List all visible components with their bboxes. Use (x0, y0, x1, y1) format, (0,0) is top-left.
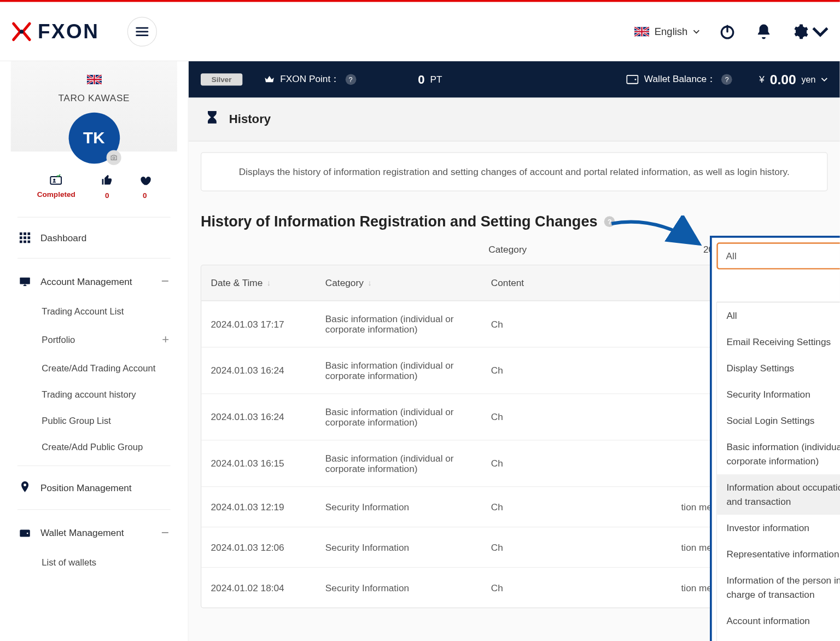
page-title: History (229, 112, 271, 126)
nav-trading-account-list[interactable]: Trading Account List (8, 299, 180, 325)
svg-rect-13 (20, 241, 22, 243)
balance-amount[interactable]: ¥ 0.00 yen (759, 72, 827, 87)
page-description: Displays the history of information regi… (201, 152, 828, 191)
category-select[interactable]: All (716, 242, 839, 269)
camera-icon[interactable] (106, 150, 121, 165)
section-title: History of Information Registration and … (201, 213, 828, 230)
category-option[interactable]: All (718, 302, 840, 329)
svg-rect-7 (20, 232, 22, 235)
svg-point-20 (635, 79, 637, 80)
nav-position-management[interactable]: Position Management (8, 471, 180, 504)
heart-icon (139, 174, 151, 190)
svg-rect-8 (24, 232, 26, 235)
nav-create-public-group[interactable]: Create/Add Public Group (8, 434, 180, 460)
expand-icon: + (162, 333, 169, 347)
svg-point-18 (27, 532, 28, 534)
cell-date: 2024.01.02 18:04 (201, 570, 316, 605)
cell-category: Basic information (individual or corpora… (316, 394, 482, 440)
svg-rect-17 (20, 529, 30, 537)
nav-account-management[interactable]: Account Management − (8, 264, 180, 299)
uk-flag-icon (634, 27, 649, 36)
nav-create-trading-account[interactable]: Create/Add Trading Account (8, 355, 180, 381)
settings-button[interactable] (791, 22, 829, 40)
svg-rect-16 (20, 277, 30, 284)
pin-icon (19, 481, 31, 494)
cell-category: Security Information (316, 530, 482, 565)
category-label: Category (488, 243, 527, 254)
svg-rect-10 (20, 236, 22, 239)
tier-badge: Silver (201, 73, 242, 85)
filter-row: Category 2024.01.01 - 2024.01.09 All All… (201, 242, 828, 255)
stat-favorites[interactable]: 0 (139, 174, 151, 200)
cell-category: Basic information (individual or corpora… (316, 301, 482, 347)
category-dropdown-highlight: All AllEmail Receiving SettingsDisplay S… (710, 236, 840, 641)
chevron-down-icon (693, 28, 699, 34)
notifications-button[interactable] (755, 22, 773, 40)
topbar: FXON English (0, 2, 840, 61)
category-option[interactable]: Account information (718, 608, 840, 634)
collapse-icon: − (161, 525, 169, 540)
cell-category: Basic information (individual or corpora… (316, 347, 482, 393)
category-option[interactable]: Information about occupation and transac… (718, 474, 840, 515)
svg-point-0 (20, 30, 24, 33)
svg-point-6 (54, 179, 56, 181)
help-icon[interactable]: ? (345, 74, 356, 85)
sidebar: TARO KAWASE TK Completed 0 0 (0, 61, 189, 641)
svg-rect-11 (24, 236, 26, 239)
category-dropdown-list: AllEmail Receiving SettingsDisplay Setti… (716, 302, 839, 641)
language-label: English (655, 26, 688, 37)
col-date[interactable]: Date & Time↓ (201, 265, 316, 300)
page-title-bar: History (189, 98, 840, 142)
nav-trading-account-history[interactable]: Trading account history (8, 381, 180, 407)
nav-wallet-management[interactable]: Wallet Management − (8, 515, 180, 550)
category-option[interactable]: Social Login Settings (718, 407, 840, 434)
sort-icon: ↓ (267, 278, 271, 288)
category-option[interactable]: Email Receiving Settings (718, 329, 840, 355)
hourglass-icon (205, 110, 219, 129)
thumb-up-icon (101, 174, 113, 190)
nav-public-group-list[interactable]: Public Group List (8, 407, 180, 434)
id-card-icon (37, 174, 75, 189)
category-option[interactable]: Security Information (718, 381, 840, 407)
chevron-down-icon (821, 76, 827, 83)
avatar[interactable]: TK (68, 113, 120, 164)
collapse-icon: − (161, 273, 169, 289)
nav-portfolio[interactable]: Portfolio+ (8, 325, 180, 355)
main-content: Silver FXON Point： ? 0 PT Wallet Balance… (189, 61, 840, 641)
menu-toggle-button[interactable] (127, 16, 157, 46)
svg-rect-19 (627, 75, 638, 84)
cell-date: 2024.01.03 16:24 (201, 399, 316, 434)
avatar-initials: TK (83, 129, 104, 147)
category-option[interactable]: Representative information (718, 541, 840, 567)
svg-rect-12 (27, 236, 30, 239)
crown-icon (264, 74, 275, 85)
status-bar: Silver FXON Point： ? 0 PT Wallet Balance… (189, 61, 840, 98)
svg-rect-5 (51, 177, 62, 184)
cell-date: 2024.01.03 17:17 (201, 306, 316, 341)
category-option[interactable]: Display Settings (718, 355, 840, 381)
cell-date: 2024.01.03 12:19 (201, 490, 316, 525)
nav-list-wallets[interactable]: List of wallets (8, 550, 180, 576)
col-category[interactable]: Category↓ (316, 265, 482, 300)
chevron-down-icon (812, 22, 829, 40)
stat-likes[interactable]: 0 (101, 174, 113, 200)
category-option[interactable]: Investor information (718, 515, 840, 541)
svg-rect-9 (27, 232, 30, 235)
category-option[interactable]: Information of the person in charge of t… (718, 567, 840, 608)
monitor-icon (19, 276, 31, 287)
nav-dashboard[interactable]: Dashboard (8, 223, 180, 253)
language-selector[interactable]: English (634, 26, 700, 37)
fxon-point: FXON Point： ? (264, 73, 356, 85)
power-button[interactable] (719, 22, 736, 40)
help-icon[interactable]: ? (604, 216, 615, 227)
wallet-icon (627, 75, 639, 84)
wallet-balance: Wallet Balance： ? (627, 73, 732, 85)
brand-logo[interactable]: FXON (11, 20, 100, 43)
stat-completed[interactable]: Completed (37, 174, 75, 200)
profile-name: TARO KAWASE (11, 92, 177, 103)
help-icon[interactable]: ? (721, 74, 732, 85)
category-option[interactable]: Account Management (718, 634, 840, 641)
svg-rect-14 (24, 241, 26, 243)
category-option[interactable]: Basic information (individual or corpora… (718, 434, 840, 474)
cell-category: Security Information (316, 570, 482, 605)
